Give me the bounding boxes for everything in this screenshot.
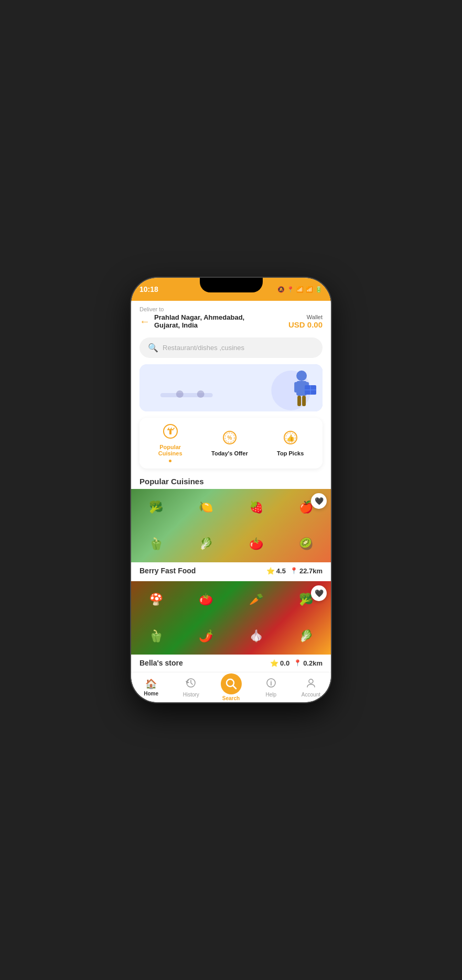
help-icon: i bbox=[266, 678, 276, 691]
home-icon: 🏠 bbox=[145, 678, 157, 690]
phone-screen: 10:18 🔕 📍 📶 📶 🔋 Deliver to ← Prahlad Nag… bbox=[131, 278, 331, 702]
restaurant-image-berry: 🥦🍋🍓🍎 🫑🥬🍅🥝 🖤 bbox=[131, 489, 331, 562]
svg-rect-11 bbox=[160, 393, 213, 397]
distance-value-1: 22.7km bbox=[299, 567, 323, 575]
header: Deliver to ← Prahlad Nagar, Ahmedabad, G… bbox=[131, 301, 331, 333]
svg-line-25 bbox=[233, 686, 236, 689]
location-text: Prahlad Nagar, Ahmedabad, Gujarat, India bbox=[154, 313, 259, 329]
svg-rect-12 bbox=[176, 390, 184, 398]
history-icon bbox=[186, 678, 196, 691]
nav-home[interactable]: 🏠 Home bbox=[131, 678, 171, 696]
svg-rect-4 bbox=[294, 382, 298, 393]
status-icons: 🔕 📍 📶 📶 🔋 bbox=[277, 286, 323, 293]
nav-help[interactable]: i Help bbox=[251, 678, 291, 698]
rating-value-2: 0.0 bbox=[280, 659, 289, 667]
star-icon-2: ⭐ bbox=[270, 659, 278, 667]
battery-icon: 🔋 bbox=[315, 286, 323, 293]
nav-history[interactable]: History bbox=[171, 678, 211, 698]
category-todays-offer[interactable]: % Today's Offer bbox=[211, 430, 248, 456]
nav-search[interactable]: Search bbox=[211, 673, 251, 701]
svg-point-2 bbox=[296, 371, 307, 381]
back-button[interactable]: ← bbox=[139, 315, 150, 328]
restaurant-meta-2: ⭐ 0.0 📍 0.2km bbox=[270, 659, 323, 667]
restaurant-info-2: Bella's store ⭐ 0.0 📍 0.2km bbox=[131, 655, 331, 671]
active-dot bbox=[169, 460, 171, 462]
rating-value-1: 4.5 bbox=[276, 567, 286, 575]
home-label: Home bbox=[144, 691, 158, 696]
search-label: Search bbox=[222, 695, 240, 701]
status-time: 10:18 bbox=[139, 285, 158, 293]
offer-label: Today's Offer bbox=[211, 450, 248, 456]
nav-account[interactable]: Account bbox=[291, 678, 331, 698]
food-bg-1: 🥦🍋🍓🍎 🫑🥬🍅🥝 bbox=[131, 489, 331, 562]
bottom-nav: 🏠 Home History bbox=[131, 672, 331, 702]
wallet-label: Wallet bbox=[288, 314, 323, 320]
search-box[interactable]: 🔍 Restaurant/dishes ,cusines bbox=[139, 337, 323, 358]
cuisines-label: PopularCuisines bbox=[158, 444, 182, 456]
favorite-button-1[interactable]: 🖤 bbox=[311, 493, 327, 509]
wifi-icon: 📶 bbox=[296, 286, 304, 293]
history-label: History bbox=[183, 692, 199, 698]
food-bg-2: 🍄🍅🥕🥦 🫑🌶️🧄🥬 bbox=[131, 581, 331, 655]
pin-icon-1: 📍 bbox=[290, 567, 298, 574]
svg-rect-6 bbox=[297, 396, 301, 406]
search-icon: 🔍 bbox=[148, 343, 158, 353]
svg-rect-13 bbox=[197, 390, 205, 398]
star-icon-1: ⭐ bbox=[266, 567, 275, 575]
wallet-section: Wallet USD 0.00 bbox=[288, 314, 323, 329]
restaurant-name-2: Bella's store bbox=[139, 659, 183, 667]
cuisines-icon bbox=[163, 424, 178, 442]
distance-2: 📍 0.2km bbox=[294, 659, 323, 667]
rating-2: ⭐ 0.0 bbox=[270, 659, 289, 667]
deliver-label: Deliver to bbox=[139, 306, 323, 312]
top-picks-label: Top Picks bbox=[277, 450, 304, 456]
banner bbox=[139, 364, 323, 411]
svg-text:%: % bbox=[227, 435, 232, 441]
svg-rect-7 bbox=[302, 396, 306, 406]
food-emoji-2: 🍄🍅🥕🥦 🫑🌶️🧄🥬 bbox=[131, 581, 331, 655]
notch bbox=[200, 278, 263, 292]
banner-illustration bbox=[139, 364, 323, 411]
signal-icon: 📶 bbox=[306, 286, 313, 293]
top-picks-icon: 👍 bbox=[283, 430, 298, 448]
section-title: Popular Cuisines bbox=[131, 473, 331, 489]
search-placeholder-text: Restaurant/dishes ,cusines bbox=[163, 344, 244, 352]
search-nav-circle bbox=[221, 673, 242, 694]
header-left: ← Prahlad Nagar, Ahmedabad, Gujarat, Ind… bbox=[139, 313, 259, 329]
svg-text:👍: 👍 bbox=[286, 433, 295, 442]
restaurant-card[interactable]: 🥦🍋🍓🍎 🫑🥬🍅🥝 🖤 Berry Fast Food ⭐ 4.5 bbox=[131, 489, 331, 579]
search-container: 🔍 Restaurant/dishes ,cusines bbox=[131, 333, 331, 362]
svg-point-28 bbox=[309, 679, 313, 683]
account-icon bbox=[306, 678, 316, 691]
account-label: Account bbox=[302, 692, 320, 698]
restaurant-name-1: Berry Fast Food bbox=[139, 567, 196, 575]
restaurant-image-bella: 🍄🍅🥕🥦 🫑🌶️🧄🥬 🖤 bbox=[131, 581, 331, 655]
svg-rect-15 bbox=[167, 429, 174, 430]
restaurant-info-1: Berry Fast Food ⭐ 4.5 📍 22.7km bbox=[131, 562, 331, 579]
header-row: ← Prahlad Nagar, Ahmedabad, Gujarat, Ind… bbox=[139, 313, 323, 329]
category-popular-cuisines[interactable]: PopularCuisines bbox=[158, 424, 182, 462]
category-tabs: PopularCuisines % Today's Offer bbox=[139, 418, 323, 469]
distance-value-2: 0.2km bbox=[303, 659, 323, 667]
mute-icon: 🔕 bbox=[277, 286, 285, 293]
search-nav-icon bbox=[225, 678, 237, 690]
wallet-amount: USD 0.00 bbox=[288, 320, 323, 329]
rating-1: ⭐ 4.5 bbox=[266, 567, 286, 575]
svg-text:i: i bbox=[270, 680, 272, 687]
category-top-picks[interactable]: 👍 Top Picks bbox=[277, 430, 304, 456]
location-status-icon: 📍 bbox=[287, 286, 294, 293]
help-label: Help bbox=[265, 692, 276, 698]
favorite-button-2[interactable]: 🖤 bbox=[311, 585, 327, 601]
scroll-content[interactable]: Popular Cuisines 🥦🍋🍓🍎 🫑🥬🍅🥝 🖤 Berry Fast … bbox=[131, 473, 331, 672]
food-emoji-1: 🥦🍋🍓🍎 🫑🥬🍅🥝 bbox=[131, 489, 331, 562]
phone-frame: 10:18 🔕 📍 📶 📶 🔋 Deliver to ← Prahlad Nag… bbox=[131, 278, 331, 702]
restaurant-meta-1: ⭐ 4.5 📍 22.7km bbox=[266, 567, 323, 575]
restaurant-card-2[interactable]: 🍄🍅🥕🥦 🫑🌶️🧄🥬 🖤 Bella's store ⭐ 0.0 bbox=[131, 581, 331, 671]
pin-icon-2: 📍 bbox=[294, 659, 302, 667]
offer-icon: % bbox=[222, 430, 237, 448]
distance-1: 📍 22.7km bbox=[290, 567, 323, 575]
svg-rect-16 bbox=[169, 430, 171, 434]
